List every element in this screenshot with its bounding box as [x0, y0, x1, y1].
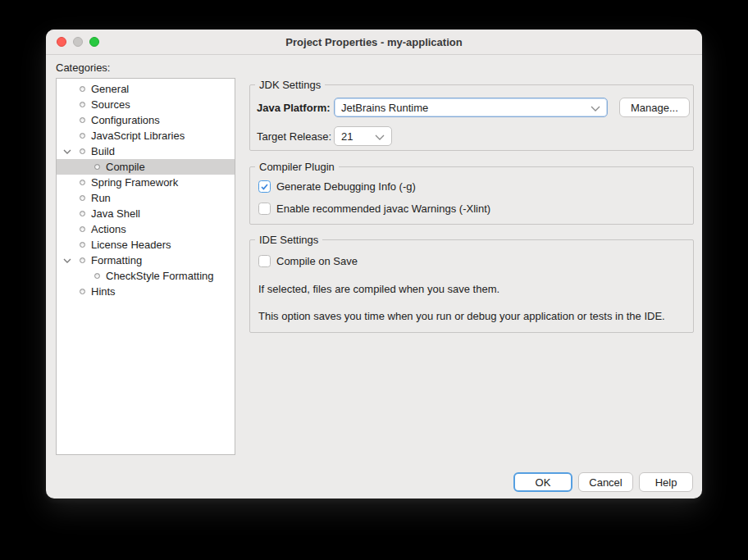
compile-on-save-help-line2: This option saves you time when you run … [258, 310, 665, 322]
category-bullet-icon [75, 97, 89, 112]
chevron-down-icon[interactable] [60, 253, 75, 268]
target-release-row: Target Release: 21 [257, 126, 392, 146]
ide-settings-legend: IDE Settings [255, 233, 322, 247]
category-bullet-icon [75, 206, 89, 221]
tree-item-label: Actions [89, 223, 126, 235]
target-release-label: Target Release: [257, 130, 334, 143]
manage-button[interactable]: Manage... [619, 98, 690, 117]
zoom-button[interactable] [89, 37, 99, 47]
ide-settings-group: IDE Settings Compile on Save If selected… [249, 239, 694, 333]
tree-item-general[interactable]: General [57, 81, 235, 97]
tree-item-checkstyle-formatting[interactable]: CheckStyle Formatting [57, 268, 235, 284]
tree-item-label: CheckStyle Formatting [104, 270, 214, 282]
categories-tree: General Sources Configurations JavaScrip… [56, 78, 235, 455]
category-bullet-icon [75, 284, 89, 299]
minimize-button[interactable] [73, 37, 83, 47]
chevron-spacer [60, 175, 75, 190]
chevron-down-icon[interactable] [60, 143, 75, 159]
tree-item-java-shell[interactable]: Java Shell [57, 206, 235, 221]
category-bullet-icon [75, 237, 89, 253]
java-platform-row: Java Platform: JetBrains Runtime Manage.… [257, 98, 690, 117]
tree-item-label: Spring Framework [89, 176, 178, 189]
tree-item-compile[interactable]: Compile [57, 159, 235, 175]
tree-item-label: Sources [89, 98, 130, 111]
compile-on-save-row: Compile on Save [258, 255, 358, 267]
chevron-spacer [60, 128, 75, 143]
tree-item-label: JavaScript Libraries [89, 130, 185, 142]
compile-on-save-checkbox[interactable] [258, 255, 271, 267]
chevron-spacer [60, 237, 75, 253]
chevron-down-icon [375, 130, 385, 143]
category-bullet-icon [75, 81, 89, 97]
tree-item-actions[interactable]: Actions [57, 221, 235, 237]
chevron-down-icon [591, 102, 600, 114]
category-bullet-icon [75, 175, 89, 190]
tree-item-label: Formatting [89, 254, 142, 266]
chevron-spacer [60, 190, 75, 206]
category-bullet-icon [89, 159, 104, 175]
chevron-spacer [60, 268, 75, 284]
category-bullet-icon [89, 268, 104, 284]
tree-item-license-headers[interactable]: License Headers [57, 237, 235, 253]
categories-label: Categories: [56, 61, 110, 74]
target-release-combobox[interactable]: 21 [334, 126, 392, 146]
project-properties-dialog: Project Properties - my-application Cate… [46, 30, 702, 499]
close-button[interactable] [57, 37, 66, 47]
category-bullet-icon [75, 128, 89, 143]
category-bullet-icon [75, 221, 89, 237]
tree-item-sources[interactable]: Sources [57, 97, 235, 112]
chevron-spacer [60, 97, 75, 112]
tree-item-run[interactable]: Run [57, 190, 235, 206]
compile-on-save-label: Compile on Save [276, 255, 358, 267]
category-bullet-icon [75, 112, 89, 128]
traffic-lights [57, 37, 99, 47]
chevron-spacer [60, 159, 75, 175]
xlint-checkbox[interactable] [258, 203, 271, 215]
tree-item-label: Java Shell [89, 207, 140, 220]
tree-item-label: General [89, 83, 129, 95]
tree-item-formatting[interactable]: Formatting [57, 253, 235, 268]
generate-debug-checkbox[interactable] [258, 180, 271, 193]
title-bar[interactable]: Project Properties - my-application [46, 30, 702, 55]
help-button[interactable]: Help [639, 472, 693, 492]
java-platform-label: Java Platform: [257, 102, 334, 114]
java-platform-combobox[interactable]: JetBrains Runtime [334, 98, 608, 117]
tree-item-label: Hints [89, 285, 116, 298]
tree-item-label: Build [89, 145, 115, 157]
tree-item-spring-framework[interactable]: Spring Framework [57, 175, 235, 190]
category-bullet-icon [75, 190, 89, 206]
java-platform-value: JetBrains Runtime [341, 102, 586, 114]
tree-item-label: Run [89, 192, 111, 204]
tree-item-label: License Headers [89, 239, 171, 251]
tree-item-hints[interactable]: Hints [57, 284, 235, 299]
compiler-plugin-legend: Compiler Plugin [255, 160, 339, 174]
chevron-spacer [60, 206, 75, 221]
tree-item-label: Configurations [89, 114, 160, 126]
category-bullet-icon [75, 253, 89, 268]
target-release-value: 21 [341, 130, 370, 143]
category-bullet-icon [75, 143, 89, 159]
cancel-button[interactable]: Cancel [578, 472, 633, 492]
tree-item-label: Compile [104, 161, 145, 173]
generate-debug-label: Generate Debugging Info (-g) [276, 180, 416, 193]
chevron-spacer [60, 284, 75, 299]
compile-on-save-help-line1: If selected, files are compiled when you… [258, 283, 499, 295]
ok-button[interactable]: OK [513, 472, 572, 492]
window-title: Project Properties - my-application [285, 36, 462, 48]
generate-debug-row: Generate Debugging Info (-g) [258, 180, 416, 193]
tree-item-javascript-libraries[interactable]: JavaScript Libraries [57, 128, 235, 143]
chevron-spacer [60, 112, 75, 128]
tree-item-build[interactable]: Build [57, 143, 235, 159]
chevron-spacer [60, 221, 75, 237]
xlint-label: Enable recommended javac Warnings (-Xlin… [276, 203, 490, 215]
jdk-settings-legend: JDK Settings [255, 78, 325, 92]
dialog-footer: OK Cancel Help [513, 472, 693, 492]
tree-item-configurations[interactable]: Configurations [57, 112, 235, 128]
compiler-plugin-group: Compiler Plugin Generate Debugging Info … [249, 166, 694, 225]
chevron-spacer [60, 81, 75, 97]
jdk-settings-group: JDK Settings Java Platform: JetBrains Ru… [249, 84, 694, 151]
xlint-row: Enable recommended javac Warnings (-Xlin… [258, 203, 490, 215]
